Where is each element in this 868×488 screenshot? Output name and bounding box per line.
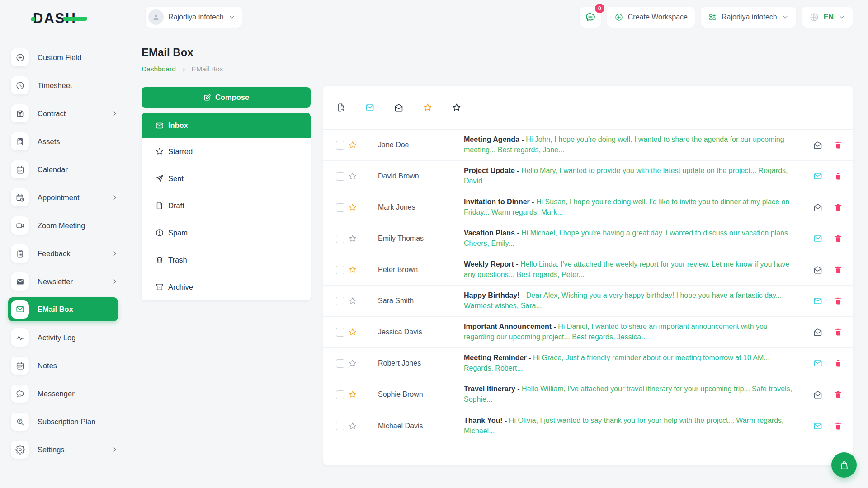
star-icon[interactable] [423, 103, 433, 113]
email-checkbox[interactable] [336, 203, 344, 212]
workspace-selector[interactable]: Rajodiya infotech [146, 7, 242, 28]
sidebar-item-zoom-meeting[interactable]: Zoom Meeting [11, 216, 121, 235]
star-icon[interactable] [452, 103, 462, 113]
compose-button[interactable]: Compose [142, 87, 311, 108]
email-row[interactable]: Jane Doe Meeting Agenda - Hi John, I hop… [323, 130, 853, 161]
star-icon[interactable] [348, 141, 357, 150]
sidebar-item-calendar[interactable]: Calendar [11, 160, 121, 179]
messages-count-badge: 0 [595, 4, 604, 13]
email-checkbox[interactable] [336, 172, 344, 181]
email-checkbox[interactable] [336, 141, 344, 150]
send-icon [155, 174, 164, 183]
email-checkbox[interactable] [336, 266, 344, 274]
email-row[interactable]: Mark Jones Invitation to Dinner - Hi Sus… [323, 192, 853, 223]
sidebar-item-label: Appointment [38, 193, 80, 202]
email-checkbox[interactable] [336, 297, 344, 305]
sidebar-item-label: Subscription Plan [38, 418, 95, 426]
mail-open-icon[interactable] [394, 103, 404, 113]
star-icon[interactable] [348, 359, 357, 368]
email-checkbox[interactable] [336, 390, 344, 399]
folder-draft[interactable]: Draft [142, 192, 311, 219]
sidebar-item-activity-log[interactable]: Activity Log [11, 328, 121, 347]
gear-icon [15, 445, 25, 455]
star-icon[interactable] [348, 172, 357, 181]
sidebar: Custom Field Timesheet Contract Assets [0, 33, 127, 468]
email-checkbox[interactable] [336, 328, 344, 337]
folder-sent[interactable]: Sent [142, 165, 311, 192]
plus-circle-icon [614, 13, 623, 22]
email-sender: Robert Jones [378, 359, 464, 367]
trash-icon[interactable] [834, 203, 843, 212]
email-row[interactable]: Robert Jones Meeting Reminder - Hi Grace… [323, 348, 853, 379]
folder-trash[interactable]: Trash [142, 246, 311, 273]
mail-icon [15, 305, 25, 314]
trash-icon[interactable] [834, 359, 843, 368]
email-row[interactable]: Emily Thomas Vacation Plans - Hi Michael… [323, 223, 853, 254]
email-body-text: Important Announcement - Hi Daniel, I wa… [464, 322, 813, 342]
workspace-name: Rajodiya infotech [168, 13, 224, 21]
trash-icon[interactable] [834, 390, 843, 399]
star-icon[interactable] [348, 390, 357, 399]
email-row[interactable]: David Brown Project Update - Hello Mary,… [323, 161, 853, 192]
folder-inbox[interactable]: Inbox [142, 113, 311, 138]
star-icon[interactable] [348, 203, 357, 212]
chevron-right-icon [181, 66, 187, 72]
trash-icon[interactable] [834, 265, 843, 274]
email-checkbox[interactable] [336, 422, 344, 430]
activity-icon [15, 333, 25, 343]
sidebar-item-assets[interactable]: Assets [11, 132, 121, 151]
email-checkbox[interactable] [336, 359, 344, 368]
mail-icon[interactable] [365, 103, 375, 113]
star-icon[interactable] [348, 422, 357, 431]
sidebar-item-settings[interactable]: Settings [11, 440, 121, 459]
sidebar-item-appointment[interactable]: Appointment [11, 188, 121, 207]
trash-icon[interactable] [834, 328, 843, 337]
sidebar-item-contract[interactable]: Contract [11, 104, 121, 123]
sidebar-item-timesheet[interactable]: Timesheet [11, 76, 121, 95]
email-row[interactable]: Jessica Davis Important Announcement - H… [323, 317, 853, 348]
star-icon[interactable] [348, 296, 357, 305]
sidebar-item-notes[interactable]: Notes [11, 356, 121, 375]
email-row[interactable]: Peter Brown Weekly Report - Hello Linda,… [323, 254, 853, 286]
file-export-icon[interactable] [336, 103, 346, 113]
search-dollar-icon: $ [15, 417, 25, 427]
create-workspace-button[interactable]: Create Workspace [607, 7, 695, 28]
mail-icon [813, 234, 823, 244]
trash-icon[interactable] [834, 296, 843, 305]
sidebar-item-label: Assets [38, 137, 60, 146]
chevron-right-icon [111, 194, 118, 201]
email-subject: Travel Itinerary - [464, 385, 520, 393]
email-checkbox[interactable] [336, 235, 344, 243]
star-icon[interactable] [348, 328, 357, 337]
trash-icon[interactable] [834, 141, 843, 150]
email-row[interactable]: Sophie Brown Travel Itinerary - Hello Wi… [323, 379, 853, 410]
trash-icon[interactable] [834, 234, 843, 243]
star-icon[interactable] [348, 265, 357, 274]
messages-button[interactable]: 0 [580, 7, 601, 28]
folder-starred[interactable]: Starred [142, 138, 311, 165]
sidebar-item-label: Timesheet [38, 81, 72, 90]
trash-icon[interactable] [834, 422, 843, 431]
sidebar-item-custom-field[interactable]: Custom Field [11, 48, 121, 67]
breadcrumb-dashboard-link[interactable]: Dashboard [142, 65, 176, 73]
email-row[interactable]: Sara Smith Happy Birthday! - Dear Alex, … [323, 286, 853, 317]
sidebar-item-subscription-plan[interactable]: $ Subscription Plan [11, 412, 121, 431]
sidebar-item-messenger[interactable]: Messenger [11, 384, 121, 403]
sidebar-item-feedback[interactable]: Feedback [11, 244, 121, 263]
folder-spam[interactable]: Spam [142, 219, 311, 246]
email-sender: Peter Brown [378, 266, 464, 274]
email-subject: Weekly Report - [464, 260, 519, 268]
sidebar-item-email-box[interactable]: EMail Box [8, 297, 118, 321]
folder-label: Archive [168, 283, 193, 291]
sidebar-item-newsletter[interactable]: Newsletter [11, 272, 121, 291]
app: DASH Rajodiya infotech 0 Create Workspac… [0, 0, 868, 488]
trash-icon[interactable] [834, 172, 843, 181]
email-row[interactable]: Michael Davis Thank You! - Hi Olivia, I … [323, 410, 853, 441]
star-icon[interactable] [348, 234, 357, 243]
floating-cart-button[interactable] [831, 452, 857, 478]
company-selector[interactable]: Rajodiya infotech [701, 7, 796, 28]
language-selector[interactable]: EN [802, 7, 853, 28]
brand-logo[interactable]: DASH [33, 10, 76, 27]
email-subject: Thank You! - [464, 417, 507, 424]
folder-archive[interactable]: Archive [142, 273, 311, 300]
